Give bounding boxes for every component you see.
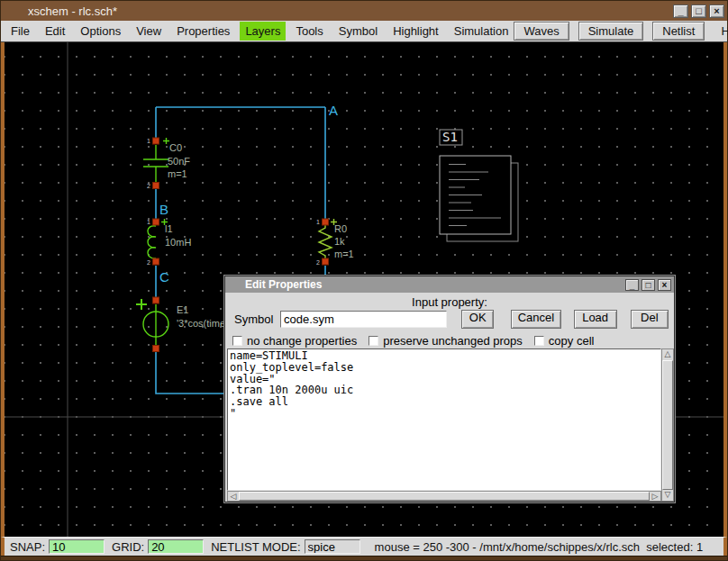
ind-ref: l1	[165, 223, 173, 234]
simulate-button[interactable]: Simulate	[578, 22, 644, 41]
capacitor-c0[interactable]: 1 2 C0 50nF m=1	[143, 138, 190, 189]
menu-edit[interactable]: Edit	[40, 22, 70, 41]
code-ref: S1	[442, 130, 458, 144]
ind-value: 10mH	[165, 237, 191, 248]
menu-options[interactable]: Options	[75, 22, 126, 41]
cap-mult: m=1	[168, 168, 187, 179]
svg-text:2: 2	[147, 183, 150, 189]
netlist-mode-input[interactable]	[305, 539, 360, 554]
menu-symbol[interactable]: Symbol	[333, 22, 383, 41]
net-label-a[interactable]: A	[329, 103, 338, 118]
scroll-down-icon[interactable]: ▽	[662, 490, 673, 501]
waves-button[interactable]: Waves	[514, 22, 569, 41]
svg-text:1: 1	[147, 219, 150, 225]
menu-layers[interactable]: Layers	[240, 22, 286, 41]
dialog-titlebar[interactable]: Edit Properties _ □ ×	[225, 276, 674, 293]
grid-input[interactable]	[148, 539, 204, 554]
resistor-r0[interactable]: 1 2 R0 1k m=1	[316, 219, 354, 266]
property-textarea[interactable]: name=STIMULI only_toplevel=false value="…	[227, 348, 661, 491]
pin-box	[153, 138, 159, 144]
minimize-icon[interactable]: _	[673, 5, 688, 18]
window-bottom-frame	[1, 556, 727, 560]
xschem-window: xschem - rlc.sch* _ □ × File Edit Option…	[0, 0, 728, 561]
menubar: File Edit Options View Properties Layers…	[1, 21, 727, 42]
preserve-unchanged-props-label: preserve unchanged props	[383, 334, 523, 348]
mouse-status-text: mouse = 250 -300 - /mnt/x/home/schippes/…	[375, 540, 704, 554]
horizontal-scrollbar[interactable]: ◁ ▷	[227, 491, 661, 502]
checkbox-row: no change properties preserve unchanged …	[232, 334, 605, 348]
cancel-button[interactable]: Cancel	[511, 310, 560, 329]
vertical-scrollbar[interactable]: △ ▽	[661, 348, 674, 502]
dialog-body: Input property: Symbol OK Cancel Load De…	[225, 293, 674, 502]
vertical-scrollbar-thumb[interactable]	[662, 360, 673, 490]
dialog-title: Edit Properties	[245, 278, 322, 291]
statusbar: SNAP: GRID: NETLIST MODE: mouse = 250 -3…	[1, 537, 727, 556]
property-text-block: name=STIMULI only_toplevel=false value="…	[227, 348, 674, 502]
del-button[interactable]: Del	[631, 310, 669, 329]
grid-label: GRID:	[112, 540, 144, 554]
menu-properties[interactable]: Properties	[171, 22, 235, 41]
pin-box	[153, 297, 159, 303]
scroll-right-icon[interactable]: ▷	[650, 492, 660, 501]
code-block-s1[interactable]: S1	[440, 130, 518, 241]
close-icon[interactable]: ×	[709, 5, 724, 18]
window-title: xschem - rlc.sch*	[28, 5, 117, 18]
res-mult: m=1	[334, 249, 354, 259]
cap-value: 50nF	[168, 156, 190, 167]
res-value: 1k	[334, 236, 345, 247]
no-change-properties-label: no change properties	[247, 334, 357, 348]
menu-help[interactable]: Help	[714, 22, 728, 41]
titlebar[interactable]: xschem - rlc.sch* _ □ ×	[1, 1, 727, 21]
menu-tools[interactable]: Tools	[290, 22, 328, 41]
maximize-icon[interactable]: □	[691, 5, 706, 18]
pin-box	[153, 219, 159, 225]
cap-ref: C0	[169, 142, 182, 153]
dialog-maximize-icon[interactable]: □	[642, 279, 655, 291]
dialog-minimize-icon[interactable]: _	[625, 279, 639, 291]
svg-text:2: 2	[147, 259, 150, 266]
snap-input[interactable]	[49, 539, 105, 554]
svg-text:2: 2	[316, 259, 320, 266]
edit-properties-dialog: Edit Properties _ □ × Input property: Sy…	[224, 276, 675, 502]
symbol-label: Symbol	[234, 312, 280, 326]
scroll-up-icon[interactable]: △	[662, 349, 673, 360]
copy-cell-checkbox[interactable]	[534, 336, 544, 346]
inductor-l1[interactable]: 1 2 l1 10mH	[147, 219, 191, 266]
snap-label: SNAP:	[10, 540, 45, 554]
pin-box	[153, 258, 159, 265]
menu-simulation[interactable]: Simulation	[449, 22, 514, 41]
scroll-left-icon[interactable]: ◁	[228, 492, 239, 501]
load-button[interactable]: Load	[574, 310, 617, 329]
copy-cell-label: copy cell	[549, 334, 595, 348]
dialog-close-icon[interactable]: ×	[658, 279, 671, 291]
svg-text:1: 1	[147, 138, 150, 144]
no-change-properties-checkbox[interactable]	[232, 336, 242, 346]
pin-box	[153, 346, 159, 352]
menu-view[interactable]: View	[131, 22, 167, 41]
symbol-row: Symbol OK Cancel Load Del	[234, 309, 669, 329]
menu-file[interactable]: File	[5, 22, 35, 41]
src-ref: E1	[177, 304, 188, 315]
horizontal-scrollbar-thumb[interactable]	[239, 492, 650, 501]
netlist-button[interactable]: Netlist	[652, 22, 705, 41]
ok-button[interactable]: OK	[461, 310, 494, 329]
net-label-b[interactable]: B	[159, 202, 168, 217]
input-property-label: Input property:	[225, 295, 674, 309]
pin-box	[323, 219, 329, 225]
source-e1[interactable]: E1 '3*cos(time*ti	[136, 297, 234, 352]
res-ref: R0	[334, 223, 347, 234]
pin-box	[153, 183, 159, 189]
preserve-unchanged-props-checkbox[interactable]	[369, 336, 378, 346]
pin-box	[323, 258, 329, 265]
netlist-mode-label: NETLIST MODE:	[211, 540, 300, 554]
symbol-input[interactable]	[280, 311, 447, 328]
property-text: name=STIMULI only_toplevel=false value="…	[228, 349, 660, 421]
schematic-canvas[interactable]: 1 2 C0 50nF m=1 1 2 l1 10mH	[1, 42, 727, 537]
svg-text:1: 1	[316, 219, 320, 225]
menu-highlight[interactable]: Highlight	[387, 22, 444, 41]
net-label-c[interactable]: C	[159, 269, 169, 285]
